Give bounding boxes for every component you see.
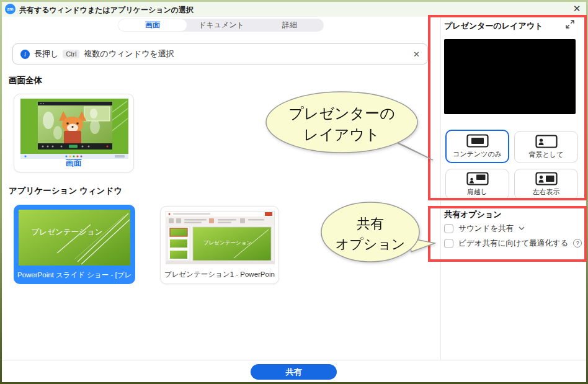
callout1-line1: プレゼンターの — [288, 105, 394, 122]
ctrl-key-badge: Ctrl — [63, 50, 79, 58]
callout2-line2: オプション — [336, 236, 406, 252]
checkbox-share-sound[interactable] — [444, 224, 453, 233]
info-icon: i — [20, 50, 30, 59]
tab-screen[interactable]: 画面 — [118, 19, 187, 31]
section-heading-screens: 画面全体 — [9, 75, 42, 86]
over-shoulder-icon — [466, 172, 489, 185]
expand-icon[interactable] — [564, 19, 576, 30]
app-tile-slideshow[interactable]: プレゼンテーション PowerPoint スライド ショー - [プレゼンテ… — [14, 205, 135, 284]
layout-option-content-only[interactable]: コンテンツのみ — [445, 130, 509, 163]
footer-divider — [2, 360, 586, 360]
share-options-title: 共有オプション — [444, 209, 502, 220]
screen-tile[interactable]: 画面 — [14, 94, 134, 172]
layout-option-as-background[interactable]: 背景として — [514, 131, 578, 163]
layout-preview — [444, 39, 576, 114]
close-icon[interactable]: ✕ — [569, 2, 584, 15]
share-sound-option: サウンドを共有 — [444, 222, 525, 234]
callout1-line2: レイアウト — [304, 126, 380, 143]
presenter-layout-title: プレゼンターのレイアウト — [444, 20, 543, 32]
layout-option-over-shoulder[interactable]: 肩越し — [445, 169, 509, 200]
optimize-video-option: ビデオ共有に向けて最適化する ? — [444, 237, 582, 249]
app-tile-slideshow-label: PowerPoint スライド ショー - [プレゼンテ… — [17, 270, 131, 280]
share-sound-label: サウンドを共有 — [458, 223, 514, 234]
app-tile-powerpoint[interactable]: プレゼンテーション プレゼンテーション1 - PowerPoint — [160, 206, 279, 284]
callout-bubble-share-options: 共有 オプション — [313, 197, 437, 269]
slide-title-text-small: プレゼンテーション — [203, 239, 252, 246]
slide-title-text: プレゼンテーション — [32, 228, 103, 236]
hint-close-icon[interactable]: ✕ — [413, 50, 420, 59]
screen-tile-label: 画面 — [14, 158, 133, 169]
layout-option-label: 背景として — [529, 150, 564, 159]
side-by-side-icon — [535, 172, 558, 185]
layout-option-label: 肩越し — [467, 187, 488, 197]
hint-prefix: 長押し — [34, 48, 58, 60]
share-button[interactable]: 共有 — [251, 364, 337, 380]
multi-select-hint-bar: i 長押し Ctrl 複数のウィンドウを選択 ✕ — [12, 43, 428, 65]
slideshow-thumbnail-image: プレゼンテーション — [19, 210, 130, 266]
checkbox-optimize-video[interactable] — [444, 239, 453, 248]
dialog-title: 共有するウィンドウまたはアプリケーションの選択 — [19, 5, 194, 16]
hint-suffix: 複数のウィンドウを選択 — [84, 48, 174, 60]
callout-bubble-presenter-layout: プレゼンターの レイアウト — [261, 87, 440, 167]
screen-thumbnail-image — [20, 99, 128, 159]
as-background-icon — [535, 135, 558, 148]
help-icon[interactable]: ? — [573, 239, 582, 248]
tab-document[interactable]: ドキュメント — [187, 19, 256, 32]
tab-bar: 画面 ドキュメント 詳細 — [118, 19, 324, 32]
zoom-app-icon: zm — [5, 4, 16, 14]
layout-option-label: コンテンツのみ — [453, 150, 502, 159]
optimize-video-label: ビデオ共有に向けて最適化する — [458, 238, 568, 249]
callout2-line1: 共有 — [357, 216, 384, 231]
tab-advanced[interactable]: 詳細 — [256, 19, 324, 32]
screenshot-frame: zm 共有するウィンドウまたはアプリケーションの選択 ✕ 画面 ドキュメント 詳… — [0, 0, 588, 384]
powerpoint-thumbnail-image: プレゼンテーション — [166, 211, 275, 264]
layout-option-side-by-side[interactable]: 左右表示 — [514, 169, 578, 200]
app-tile-powerpoint-label: プレゼンテーション1 - PowerPoint — [164, 270, 275, 279]
sidebar-divider — [440, 16, 441, 360]
content-only-icon — [466, 134, 489, 148]
section-heading-apps: アプリケーション ウィンドウ — [9, 185, 122, 197]
layout-option-label: 左右表示 — [533, 187, 560, 197]
chevron-down-icon[interactable] — [519, 226, 525, 230]
